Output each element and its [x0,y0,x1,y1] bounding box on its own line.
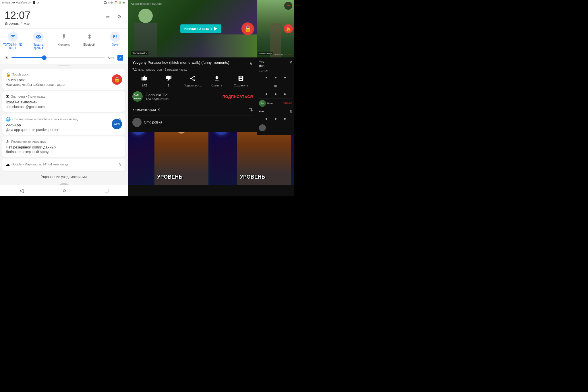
notif-email-title: Вход не выполнен [6,100,122,104]
secondary-video-player[interactable]: KM Recorded by mobizen GadolinkiTV 🔒 [257,0,294,57]
save-label: Сохранить [234,84,248,87]
mini-comments-label: Ком [259,110,264,113]
toggle-bluetooth[interactable]: GadolinkiTV Bluetooth [78,32,101,47]
dot [284,118,286,120]
lock-app-icon: 🔒 [6,72,11,77]
download-label: Скачать [211,84,222,87]
divider-handle [58,65,70,66]
dot [284,77,286,78]
like-button[interactable]: 242 [132,75,156,87]
google-expand-icon[interactable]: ∨ [119,161,122,167]
notif-touchlock-title: Touch Lock [6,78,122,82]
date-text: Вторник, 4 мая [5,21,30,26]
comments-count: 9 [158,108,160,112]
gadolinki-label-secondary: GadolinkiTV [258,52,273,55]
play-button-overlay[interactable]: Нажмите 2 раза » [180,24,221,33]
notif-backup-header: ⚠ Резервное копирование [6,139,122,144]
mini-dots-row-3 [259,115,292,123]
settings-button[interactable]: ⚙ [115,13,123,21]
notif-chrome[interactable]: 🌐 Chrome • www.androidlista.com • 4 мин … [2,113,125,135]
mini-title-row: Yev(fun ∨ [259,60,292,68]
mini-expand-icon[interactable]: ∨ [289,60,292,64]
notif-touchlock-header: 🔒 Touch Lock [6,72,122,77]
status-bar: KYIVSTAR Vodafone UA ▐▌ ⊙ 🎧 👁 N ⏰ 🔋 86 [0,0,128,5]
gadolinki-label-main: GadolinkiTV [131,51,148,55]
recent-button[interactable]: □ [105,187,108,194]
mini-channel-name: Gadol [267,102,283,105]
channel-name: Gadolinki TV [146,93,223,97]
meme-uroven-left: УРОВЕНЬ [157,174,182,180]
wifi-toggle-icon [8,32,18,42]
main-video-player[interactable]: Канал здравого смысла Нажмите 2 раза » 🔒… [128,0,257,57]
home-button[interactable]: ○ [63,187,66,194]
time-area: 12:07 Вторник, 4 мая ✏ ⚙ [0,5,128,28]
manage-notifications-label: Управление уведомлениями [0,173,128,181]
notif-backup-title: Нет резервной копии данных [6,145,122,149]
eye-status-icon: 👁 [108,1,111,4]
expand-video-info-button[interactable]: ∨ [249,60,253,67]
battery-label: 86 [123,1,125,4]
play-text: Нажмите 2 раза [184,27,209,30]
google-app-icon: ☁ [6,162,10,167]
notif-backup[interactable]: ⚠ Резервное копирование Нет резервной ко… [2,136,125,157]
notif-email-header: ✉ Эл. почта • 7 мин назад [6,94,122,99]
brightness-thumb [42,55,47,60]
notif-backup-body: Добавьте резервный аккаунт. [6,150,122,154]
toggle-flashlight[interactable]: Фонарик [53,32,76,47]
comments-label: Комментарии [132,108,156,112]
flashlight-toggle-icon [59,32,69,42]
toggle-wifi[interactable]: TOTOLINK_N300RT [1,32,24,50]
dot [284,93,286,95]
save-button[interactable]: Сохранить [229,75,253,87]
download-button[interactable]: Скачать [205,75,229,87]
like-icon [141,75,148,83]
mini-dots-row-2 [259,90,292,99]
notif-touchlock[interactable]: 🔒 Touch Lock Touch Lock Нажмите, чтобы з… [2,69,125,90]
kanal-header: Канал здравого смысла [131,2,162,5]
mini-sort-icon[interactable]: ⇅ [289,109,292,113]
status-right: 🎧 👁 N ⏰ 🔋 86 [103,1,125,4]
notif-chrome-header: 🌐 Chrome • www.androidlista.com • 4 мин … [6,116,122,122]
brightness-auto-checkbox[interactable]: ✓ [117,55,123,61]
view-count: 7,2 тыс. просмотров [132,68,162,71]
toggle-eye[interactable]: Защитазрения [27,32,50,50]
double-arrow-icon: » [210,27,212,30]
lock-circle-main: 🔒 [241,22,254,35]
kinemaster-badge: KM [284,2,292,10]
brightness-row: ☀ Авто ✓ [0,53,128,64]
mini-save-icon: ⊕ [274,84,277,88]
mini-subscribe-button[interactable]: СЯТЬСЯ [283,102,293,105]
channel-avatar-text: GoGadol [134,93,141,100]
battery-icon: 🔋 [119,1,122,4]
edit-button[interactable]: ✏ [104,13,112,21]
dislike-button[interactable]: 1 [156,75,181,87]
channel-subs: 123 подписчика [146,97,223,101]
dot [266,77,267,78]
notif-email-body: comelonruso@gmail.com [6,105,122,109]
notif-google[interactable]: ☁ Google • Мариуполь: 14° • 4 мин назад … [2,159,125,171]
mini-channel-row: Go Gadol СЯТЬСЯ [259,99,292,108]
dot [266,118,267,120]
share-icon [189,75,196,83]
eye-toggle-label: Защитазрения [33,43,43,50]
mini-video-title: Yev(fun [259,60,264,68]
notif-chrome-title: WPSApp [6,123,122,127]
carrier-label: KYIVSTAR [2,1,15,4]
notif-chrome-inner: 🌐 Chrome • www.androidlista.com • 4 мин … [6,116,122,132]
sound-toggle-label: Звук [112,43,118,47]
share-button[interactable]: Поделиться... [181,75,205,87]
manage-notifs-text: Управление уведомлениями [41,175,87,179]
sort-icon[interactable]: ⇅ [249,107,253,113]
notif-email[interactable]: ✉ Эл. почта • 7 мин назад Вход не выполн… [2,91,125,112]
subscribe-button[interactable]: ПОДПИСАТЬСЯ [223,94,253,99]
comments-row: Комментарии 9 ⇅ [132,104,253,115]
toggle-sound[interactable]: Звук [104,32,127,47]
notif-google-header: ☁ Google • Мариуполь: 14° • 4 мин назад … [6,161,122,167]
channel-row: GoGadol Gadolinki TV 123 подписчика ПОДП… [132,89,253,104]
brightness-track[interactable] [11,57,105,58]
backup-app-icon: ⚠ [6,139,9,144]
time-icons: ✏ ⚙ [104,13,123,21]
dot [275,93,276,95]
panel-handle [0,64,128,67]
back-button[interactable]: ◁ [20,187,24,194]
